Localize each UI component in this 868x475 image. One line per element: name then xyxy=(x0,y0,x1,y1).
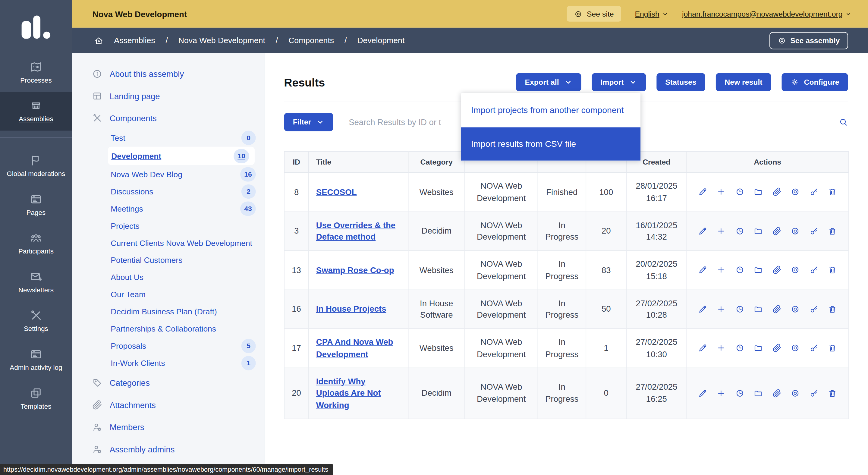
import-button[interactable]: Import xyxy=(592,73,646,91)
row-action-clock[interactable] xyxy=(735,388,744,398)
row-action-folder[interactable] xyxy=(753,226,763,236)
assembly-nav-item-in-work-clients[interactable]: In-Work Clients1 xyxy=(72,354,265,372)
assembly-nav-item-potential-customers[interactable]: Potential Customers xyxy=(72,251,265,268)
row-action-clock[interactable] xyxy=(735,187,744,196)
sidebar-item-settings[interactable]: Settings xyxy=(0,302,72,341)
row-action-target[interactable] xyxy=(790,226,800,236)
row-action-paperclip[interactable] xyxy=(772,343,781,353)
row-action-pencil[interactable] xyxy=(698,265,707,275)
row-action-clock[interactable] xyxy=(735,226,744,236)
configure-button[interactable]: Configure xyxy=(782,73,848,91)
row-action-plus[interactable] xyxy=(716,226,726,236)
result-title-link[interactable]: Use Overrides & the Deface method xyxy=(316,220,396,242)
row-action-trash[interactable] xyxy=(828,343,837,353)
row-action-paperclip[interactable] xyxy=(772,388,781,398)
assembly-nav-item-discussions[interactable]: Discussions2 xyxy=(72,183,265,200)
see-assembly-button[interactable]: See assembly xyxy=(769,32,848,49)
assembly-nav-item-current-clients-nova-web-development[interactable]: Current Clients Nova Web Development xyxy=(72,234,265,251)
assembly-nav-item-about-this-assembly[interactable]: About this assembly xyxy=(72,63,265,85)
new-result-button[interactable]: New result xyxy=(716,73,771,91)
row-action-clock[interactable] xyxy=(735,343,744,353)
row-action-plus[interactable] xyxy=(716,343,726,353)
row-action-target[interactable] xyxy=(790,265,800,275)
breadcrumb-item-components[interactable]: Components xyxy=(288,36,334,44)
row-action-target[interactable] xyxy=(790,388,800,398)
row-action-pencil[interactable] xyxy=(698,388,707,398)
row-action-key[interactable] xyxy=(809,265,818,275)
row-action-trash[interactable] xyxy=(828,388,837,398)
see-site-button[interactable]: See site xyxy=(567,6,621,22)
row-action-key[interactable] xyxy=(809,388,818,398)
assembly-nav-item-our-team[interactable]: Our Team xyxy=(72,286,265,303)
row-action-paperclip[interactable] xyxy=(772,187,781,196)
result-title-link[interactable]: In House Projects xyxy=(316,304,386,313)
sidebar-item-templates[interactable]: Templates xyxy=(0,379,72,418)
row-action-plus[interactable] xyxy=(716,265,726,275)
dropdown-item-import-projects-from-another-component[interactable]: Import projects from another component xyxy=(461,93,641,127)
row-action-target[interactable] xyxy=(790,305,800,314)
sidebar-item-participants[interactable]: Participants xyxy=(0,224,72,263)
row-action-key[interactable] xyxy=(809,187,818,196)
result-title-link[interactable]: Swamp Rose Co-op xyxy=(316,265,394,275)
row-action-folder[interactable] xyxy=(753,187,763,196)
assembly-nav-item-projects[interactable]: Projects xyxy=(72,217,265,234)
breadcrumb-item-assemblies[interactable]: Assemblies xyxy=(114,36,155,44)
row-action-trash[interactable] xyxy=(828,187,837,196)
user-menu[interactable]: johan.francocampos@novawebdevelopment.or… xyxy=(682,10,851,18)
assembly-nav-item-about-us[interactable]: About Us xyxy=(72,268,265,286)
assembly-nav-item-meetings[interactable]: Meetings43 xyxy=(72,200,265,217)
row-action-clock[interactable] xyxy=(735,265,744,275)
home-icon[interactable] xyxy=(94,36,103,45)
assembly-nav-item-components[interactable]: Components xyxy=(72,107,265,129)
row-action-pencil[interactable] xyxy=(698,305,707,314)
row-action-trash[interactable] xyxy=(828,265,837,275)
row-action-folder[interactable] xyxy=(753,388,763,398)
row-action-plus[interactable] xyxy=(716,388,726,398)
sidebar-item-assemblies[interactable]: Assemblies xyxy=(0,92,72,131)
row-action-trash[interactable] xyxy=(828,226,837,236)
assembly-nav-item-partnerships-collaborations[interactable]: Partnerships & Collaborations xyxy=(72,320,265,337)
row-action-paperclip[interactable] xyxy=(772,265,781,275)
row-action-target[interactable] xyxy=(790,187,800,196)
decidim-logo[interactable] xyxy=(0,0,72,53)
row-action-pencil[interactable] xyxy=(698,187,707,196)
row-action-key[interactable] xyxy=(809,305,818,314)
result-title-link[interactable]: CPA And Nova Web Development xyxy=(316,337,393,359)
assembly-nav-item-attachments[interactable]: Attachments xyxy=(72,393,265,416)
assembly-nav-item-categories[interactable]: Categories xyxy=(72,371,265,393)
row-action-plus[interactable] xyxy=(716,187,726,196)
dropdown-item-import-results-from-csv-file[interactable]: Import results from CSV file xyxy=(461,127,641,160)
row-action-folder[interactable] xyxy=(753,265,763,275)
breadcrumb-item-development[interactable]: Development xyxy=(357,36,404,44)
statuses-button[interactable]: Statuses xyxy=(656,73,705,91)
row-action-key[interactable] xyxy=(809,343,818,353)
breadcrumb-item-nova-web-development[interactable]: Nova Web Development xyxy=(179,36,265,44)
assembly-nav-item-proposals[interactable]: Proposals5 xyxy=(72,337,265,354)
row-action-trash[interactable] xyxy=(828,305,837,314)
row-action-key[interactable] xyxy=(809,226,818,236)
assembly-nav-item-decidim-business-plan-draft[interactable]: Decidim Business Plan (Draft) xyxy=(72,303,265,320)
row-action-pencil[interactable] xyxy=(698,343,707,353)
sidebar-item-global-moderations[interactable]: Global moderations xyxy=(0,147,72,186)
row-action-folder[interactable] xyxy=(753,343,763,353)
sidebar-item-admin-activity-log[interactable]: Admin activity log xyxy=(0,341,72,379)
row-action-target[interactable] xyxy=(790,343,800,353)
assembly-nav-item-landing-page[interactable]: Landing page xyxy=(72,85,265,107)
assembly-nav-item-members[interactable]: Members xyxy=(72,416,265,438)
assembly-nav-item-nova-web-dev-blog[interactable]: Nova Web Dev Blog16 xyxy=(72,165,265,183)
language-selector[interactable]: English xyxy=(635,10,668,18)
row-action-paperclip[interactable] xyxy=(772,305,781,314)
export-all-button[interactable]: Export all xyxy=(516,73,581,91)
assembly-nav-item-test[interactable]: Test0 xyxy=(72,129,265,146)
result-title-link[interactable]: SECOSOL xyxy=(316,187,357,196)
assembly-nav-item-assembly-admins[interactable]: Assembly admins xyxy=(72,438,265,460)
row-action-plus[interactable] xyxy=(716,305,726,314)
assembly-nav-item-development[interactable]: Development10 xyxy=(108,147,255,165)
row-action-folder[interactable] xyxy=(753,305,763,314)
filter-button[interactable]: Filter xyxy=(284,113,333,131)
sidebar-item-newsletters[interactable]: Newsletters xyxy=(0,263,72,302)
row-action-clock[interactable] xyxy=(735,305,744,314)
result-title-link[interactable]: Identify Why Uploads Are Not Working xyxy=(316,376,381,410)
sidebar-item-pages[interactable]: Pages xyxy=(0,185,72,224)
row-action-paperclip[interactable] xyxy=(772,226,781,236)
